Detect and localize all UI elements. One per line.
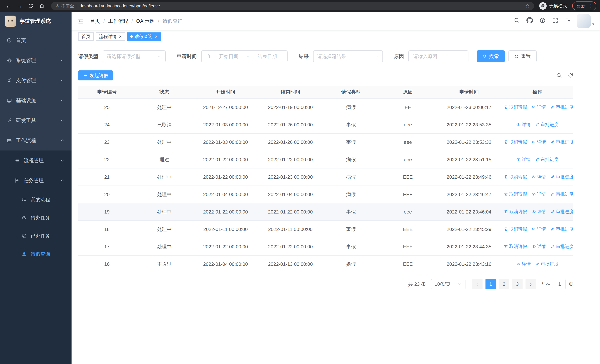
date-range-picker[interactable]: 开始日期 - 结束日期 <box>201 50 288 62</box>
sidebar-item-devtools[interactable]: 研发工具 <box>0 111 72 131</box>
table-row[interactable]: 16不通过2022-01-04 00:00:002022-01-13 00:00… <box>78 255 573 273</box>
hamburger-icon[interactable] <box>77 18 84 24</box>
home-icon[interactable] <box>37 1 47 11</box>
result-select[interactable]: 请选择流结果 <box>313 50 383 62</box>
table-toolbar: 发起请假 <box>78 70 573 80</box>
column-header: 操作 <box>501 86 573 99</box>
page-button-3[interactable]: 3 <box>512 279 523 289</box>
close-icon[interactable]: × <box>155 34 158 39</box>
reload-icon[interactable] <box>26 1 36 11</box>
cancel-leave-link[interactable]: 取消请假 <box>504 191 527 197</box>
sidebar-item-done-task[interactable]: 已办任务 <box>0 227 72 245</box>
forward-icon[interactable]: → <box>15 1 24 11</box>
browser-menu-icon[interactable]: ⋮ <box>589 3 593 9</box>
table-row[interactable]: 18处理中2022-01-11 00:00:002022-01-11 00:00… <box>78 221 573 238</box>
sidebar-item-leave-query[interactable]: 请假查询 <box>0 245 72 263</box>
detail-link[interactable]: 详情 <box>531 209 546 215</box>
caret-down-icon[interactable]: ▾ <box>592 22 594 26</box>
table-row[interactable]: 19处理中2022-01-22 00:00:002022-01-22 00:00… <box>78 203 573 221</box>
detail-link[interactable]: 详情 <box>516 261 531 267</box>
progress-link[interactable]: 审批进度 <box>550 243 573 250</box>
sidebar-item-payment[interactable]: 支付管理 <box>0 70 72 90</box>
sidebar-item-label: 基础设施 <box>16 97 36 104</box>
table-row[interactable]: 20处理中2022-01-04 00:00:002022-01-04 00:00… <box>78 186 573 203</box>
breadcrumb-item[interactable]: OA 示例 <box>136 18 155 24</box>
fullscreen-icon[interactable] <box>552 18 558 25</box>
bookmark-star-icon[interactable]: ☆ <box>525 3 530 9</box>
progress-link[interactable]: 审批进度 <box>550 174 573 180</box>
sidebar-item-workflow[interactable]: 工作流程 <box>0 131 72 150</box>
progress-link[interactable]: 审批进度 <box>550 226 573 232</box>
cancel-leave-link[interactable]: 取消请假 <box>504 139 527 145</box>
toggle-search-icon[interactable] <box>556 73 562 78</box>
progress-link[interactable]: 审批进度 <box>535 121 559 128</box>
progress-link[interactable]: 审批进度 <box>550 209 573 215</box>
sidebar-item-todo-task[interactable]: 待办任务 <box>0 209 72 227</box>
detail-link[interactable]: 详情 <box>516 121 531 128</box>
not-secure-warning[interactable]: ⚠ 不安全 <box>56 3 74 9</box>
table-row[interactable]: 22通过2022-01-22 00:00:002022-01-22 00:00:… <box>78 151 573 168</box>
table-row[interactable]: 25处理中2021-12-27 00:00:002022-01-19 00:00… <box>78 99 573 116</box>
create-leave-label: 发起请假 <box>90 73 108 79</box>
detail-link[interactable]: 详情 <box>531 191 546 197</box>
cancel-leave-link[interactable]: 取消请假 <box>504 226 527 232</box>
reset-button[interactable]: 重置 <box>508 50 537 62</box>
cancel-leave-link[interactable]: 取消请假 <box>504 243 527 250</box>
refresh-table-icon[interactable] <box>568 73 573 78</box>
cancel-leave-link[interactable]: 取消请假 <box>504 209 527 215</box>
breadcrumb-item[interactable]: 首页 <box>90 18 100 24</box>
table-row[interactable]: 24已取消2022-01-03 00:00:002022-01-26 00:00… <box>78 116 573 133</box>
next-page-button[interactable]: › <box>525 279 536 289</box>
goto-page-input[interactable] <box>554 279 565 289</box>
page-button-1[interactable]: 1 <box>486 279 496 289</box>
help-icon[interactable] <box>540 18 545 25</box>
create-leave-button[interactable]: 发起请假 <box>78 70 113 80</box>
detail-link[interactable]: 详情 <box>531 104 546 110</box>
progress-link[interactable]: 审批进度 <box>535 261 559 267</box>
sidebar-item-label: 工作流程 <box>16 137 36 144</box>
tab-leave-query[interactable]: 请假查询× <box>127 32 161 41</box>
detail-link[interactable]: 详情 <box>516 156 531 162</box>
progress-link[interactable]: 审批进度 <box>550 139 573 145</box>
cancel-leave-link[interactable]: 取消请假 <box>504 174 527 180</box>
table-row[interactable]: 23处理中2022-01-03 00:00:002022-01-26 00:00… <box>78 133 573 151</box>
update-button[interactable]: 更新 ⋮ <box>572 1 596 10</box>
tab-home[interactable]: 首页 <box>78 32 94 41</box>
address-bar[interactable]: ⚠ 不安全 dashboard.yudao.iocoder.cn/bpm/oa/… <box>51 2 534 10</box>
table-row[interactable]: 21处理中2022-01-22 00:00:002022-01-23 00:00… <box>78 168 573 186</box>
tab-process-detail[interactable]: 流程详情× <box>96 32 125 41</box>
cancel-leave-link[interactable]: 取消请假 <box>504 104 527 110</box>
detail-link[interactable]: 详情 <box>531 243 546 250</box>
detail-link[interactable]: 详情 <box>531 226 546 232</box>
detail-link[interactable]: 详情 <box>531 139 546 145</box>
progress-link[interactable]: 审批进度 <box>550 104 573 110</box>
prev-page-button[interactable]: ‹ <box>472 279 483 289</box>
sidebar-item-my-process[interactable]: 我的流程 <box>0 191 72 209</box>
leave-type-select[interactable]: 请选择请假类型 <box>103 50 166 62</box>
reason-input[interactable] <box>413 54 464 59</box>
cell-leave-type: 病假 <box>323 168 379 186</box>
page-size-select[interactable]: 10条/页 <box>431 279 466 289</box>
cell-start-time: 2022-01-04 00:00:00 <box>193 186 258 203</box>
dashboard-icon <box>7 38 12 43</box>
font-size-icon[interactable] <box>565 18 571 25</box>
progress-link[interactable]: 审批进度 <box>535 156 559 162</box>
table-row[interactable]: 17处理中2022-01-22 00:00:002022-01-22 00:00… <box>78 238 573 255</box>
search-button[interactable]: 搜索 <box>477 50 505 62</box>
cell-id: 18 <box>78 221 136 238</box>
search-icon[interactable] <box>514 18 520 25</box>
browser-window: ← → ⚠ 不安全 dashboard.yudao.iocoder.cn/bpm… <box>0 0 600 364</box>
detail-link[interactable]: 详情 <box>531 174 546 180</box>
close-icon[interactable]: × <box>119 34 122 39</box>
progress-link[interactable]: 审批进度 <box>550 191 573 197</box>
avatar[interactable] <box>577 14 591 28</box>
sidebar-item-system[interactable]: 系统管理 <box>0 50 72 70</box>
sidebar-item-home[interactable]: 首页 <box>0 30 72 50</box>
sidebar-item-task-mgmt[interactable]: 任务管理 <box>0 170 72 191</box>
sidebar-item-process-mgmt[interactable]: 流程管理 <box>0 150 72 170</box>
github-icon[interactable] <box>526 17 533 25</box>
sidebar-item-infrastructure[interactable]: 基础设施 <box>0 90 72 111</box>
page-button-2[interactable]: 2 <box>499 279 509 289</box>
breadcrumb-item[interactable]: 工作流程 <box>108 18 128 24</box>
back-icon[interactable]: ← <box>4 1 13 11</box>
